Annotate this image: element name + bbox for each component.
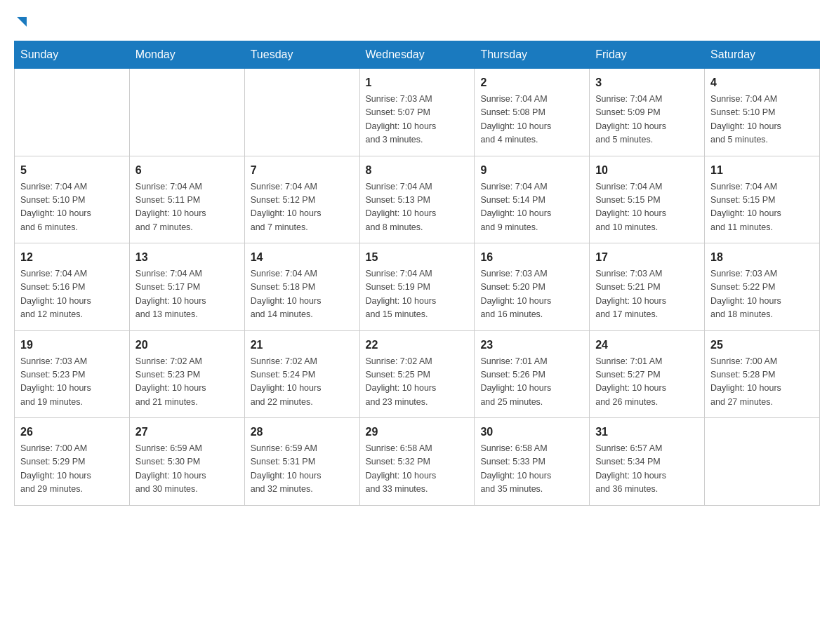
day-info: Sunrise: 7:00 AM Sunset: 5:29 PM Dayligh… — [20, 442, 124, 497]
day-info: Sunrise: 6:58 AM Sunset: 5:33 PM Dayligh… — [480, 442, 583, 497]
day-number: 7 — [251, 162, 354, 179]
weekday-header-monday: Monday — [129, 41, 244, 69]
calendar-day-16: 16Sunrise: 7:03 AM Sunset: 5:20 PM Dayli… — [475, 243, 590, 331]
calendar-day-26: 26Sunrise: 7:00 AM Sunset: 5:29 PM Dayli… — [15, 418, 130, 506]
day-number: 14 — [251, 249, 354, 266]
day-info: Sunrise: 6:59 AM Sunset: 5:31 PM Dayligh… — [251, 442, 354, 497]
day-number: 24 — [595, 337, 699, 354]
day-info: Sunrise: 7:03 AM Sunset: 5:07 PM Dayligh… — [366, 93, 469, 147]
day-number: 19 — [20, 337, 124, 354]
day-number: 21 — [251, 337, 354, 354]
calendar-week-row: 26Sunrise: 7:00 AM Sunset: 5:29 PM Dayli… — [15, 418, 820, 506]
calendar-day-2: 2Sunrise: 7:04 AM Sunset: 5:08 PM Daylig… — [475, 69, 590, 156]
calendar-week-row: 1Sunrise: 7:03 AM Sunset: 5:07 PM Daylig… — [15, 69, 820, 156]
svg-marker-0 — [17, 17, 27, 27]
calendar-empty-cell — [129, 69, 244, 156]
day-number: 5 — [20, 162, 124, 179]
day-info: Sunrise: 7:04 AM Sunset: 5:15 PM Dayligh… — [710, 180, 814, 235]
calendar-day-31: 31Sunrise: 6:57 AM Sunset: 5:34 PM Dayli… — [590, 418, 705, 506]
day-info: Sunrise: 6:57 AM Sunset: 5:34 PM Dayligh… — [595, 442, 699, 497]
day-info: Sunrise: 6:58 AM Sunset: 5:32 PM Dayligh… — [366, 442, 469, 497]
day-number: 4 — [710, 74, 814, 91]
calendar-week-row: 5Sunrise: 7:04 AM Sunset: 5:10 PM Daylig… — [15, 156, 820, 243]
calendar-day-15: 15Sunrise: 7:04 AM Sunset: 5:19 PM Dayli… — [359, 243, 475, 331]
day-info: Sunrise: 7:03 AM Sunset: 5:20 PM Dayligh… — [480, 267, 583, 322]
day-number: 22 — [366, 337, 469, 354]
calendar-day-20: 20Sunrise: 7:02 AM Sunset: 5:23 PM Dayli… — [129, 330, 244, 418]
day-number: 25 — [710, 337, 814, 354]
day-info: Sunrise: 7:04 AM Sunset: 5:17 PM Dayligh… — [135, 267, 239, 322]
calendar-week-row: 19Sunrise: 7:03 AM Sunset: 5:23 PM Dayli… — [15, 330, 820, 418]
weekday-header-sunday: Sunday — [15, 41, 130, 69]
calendar-day-17: 17Sunrise: 7:03 AM Sunset: 5:21 PM Dayli… — [590, 243, 705, 331]
day-number: 20 — [135, 337, 239, 354]
calendar-day-25: 25Sunrise: 7:00 AM Sunset: 5:28 PM Dayli… — [705, 330, 820, 418]
day-number: 28 — [251, 424, 354, 441]
day-info: Sunrise: 7:04 AM Sunset: 5:12 PM Dayligh… — [251, 180, 354, 235]
calendar-day-23: 23Sunrise: 7:01 AM Sunset: 5:26 PM Dayli… — [475, 330, 590, 418]
day-info: Sunrise: 7:04 AM Sunset: 5:13 PM Dayligh… — [366, 180, 469, 235]
day-info: Sunrise: 7:04 AM Sunset: 5:11 PM Dayligh… — [135, 180, 239, 235]
day-number: 27 — [135, 424, 239, 441]
calendar-week-row: 12Sunrise: 7:04 AM Sunset: 5:16 PM Dayli… — [15, 243, 820, 331]
calendar-day-3: 3Sunrise: 7:04 AM Sunset: 5:09 PM Daylig… — [590, 69, 705, 156]
calendar-empty-cell — [15, 69, 130, 156]
calendar-day-10: 10Sunrise: 7:04 AM Sunset: 5:15 PM Dayli… — [590, 156, 705, 243]
calendar-day-27: 27Sunrise: 6:59 AM Sunset: 5:30 PM Dayli… — [129, 418, 244, 506]
day-number: 10 — [595, 162, 699, 179]
calendar-day-24: 24Sunrise: 7:01 AM Sunset: 5:27 PM Dayli… — [590, 330, 705, 418]
calendar-day-11: 11Sunrise: 7:04 AM Sunset: 5:15 PM Dayli… — [705, 156, 820, 243]
day-info: Sunrise: 7:04 AM Sunset: 5:10 PM Dayligh… — [710, 93, 814, 147]
day-number: 6 — [135, 162, 239, 179]
weekday-header-thursday: Thursday — [475, 41, 590, 69]
weekday-header-wednesday: Wednesday — [359, 41, 475, 69]
day-info: Sunrise: 7:04 AM Sunset: 5:18 PM Dayligh… — [251, 267, 354, 322]
day-number: 23 — [480, 337, 583, 354]
day-info: Sunrise: 7:04 AM Sunset: 5:09 PM Dayligh… — [595, 93, 699, 147]
day-info: Sunrise: 7:03 AM Sunset: 5:21 PM Dayligh… — [595, 267, 699, 322]
calendar-day-29: 29Sunrise: 6:58 AM Sunset: 5:32 PM Dayli… — [359, 418, 475, 506]
day-number: 31 — [595, 424, 699, 441]
logo — [14, 14, 27, 27]
day-info: Sunrise: 7:03 AM Sunset: 5:23 PM Dayligh… — [20, 355, 124, 410]
day-info: Sunrise: 7:01 AM Sunset: 5:26 PM Dayligh… — [480, 355, 583, 410]
day-number: 15 — [366, 249, 469, 266]
day-number: 9 — [480, 162, 583, 179]
day-number: 17 — [595, 249, 699, 266]
calendar-day-8: 8Sunrise: 7:04 AM Sunset: 5:13 PM Daylig… — [359, 156, 475, 243]
calendar-day-1: 1Sunrise: 7:03 AM Sunset: 5:07 PM Daylig… — [359, 69, 475, 156]
day-number: 29 — [366, 424, 469, 441]
weekday-header-saturday: Saturday — [705, 41, 820, 69]
day-info: Sunrise: 7:00 AM Sunset: 5:28 PM Dayligh… — [710, 355, 814, 410]
day-info: Sunrise: 7:04 AM Sunset: 5:16 PM Dayligh… — [20, 267, 124, 322]
calendar-day-6: 6Sunrise: 7:04 AM Sunset: 5:11 PM Daylig… — [129, 156, 244, 243]
day-info: Sunrise: 7:04 AM Sunset: 5:14 PM Dayligh… — [480, 180, 583, 235]
calendar-day-18: 18Sunrise: 7:03 AM Sunset: 5:22 PM Dayli… — [705, 243, 820, 331]
day-number: 18 — [710, 249, 814, 266]
day-number: 8 — [366, 162, 469, 179]
calendar-day-22: 22Sunrise: 7:02 AM Sunset: 5:25 PM Dayli… — [359, 330, 475, 418]
day-info: Sunrise: 7:03 AM Sunset: 5:22 PM Dayligh… — [710, 267, 814, 322]
calendar-empty-cell — [244, 69, 359, 156]
weekday-header-tuesday: Tuesday — [244, 41, 359, 69]
day-number: 16 — [480, 249, 583, 266]
calendar-day-28: 28Sunrise: 6:59 AM Sunset: 5:31 PM Dayli… — [244, 418, 359, 506]
day-number: 3 — [595, 74, 699, 91]
calendar-day-19: 19Sunrise: 7:03 AM Sunset: 5:23 PM Dayli… — [15, 330, 130, 418]
calendar-day-13: 13Sunrise: 7:04 AM Sunset: 5:17 PM Dayli… — [129, 243, 244, 331]
calendar-day-21: 21Sunrise: 7:02 AM Sunset: 5:24 PM Dayli… — [244, 330, 359, 418]
logo-triangle-icon — [14, 14, 27, 27]
day-info: Sunrise: 7:02 AM Sunset: 5:23 PM Dayligh… — [135, 355, 239, 410]
calendar-day-30: 30Sunrise: 6:58 AM Sunset: 5:33 PM Dayli… — [475, 418, 590, 506]
calendar-day-12: 12Sunrise: 7:04 AM Sunset: 5:16 PM Dayli… — [15, 243, 130, 331]
day-info: Sunrise: 7:04 AM Sunset: 5:10 PM Dayligh… — [20, 180, 124, 235]
page-header — [14, 14, 820, 27]
day-info: Sunrise: 7:04 AM Sunset: 5:19 PM Dayligh… — [366, 267, 469, 322]
calendar-table: SundayMondayTuesdayWednesdayThursdayFrid… — [14, 41, 820, 506]
day-info: Sunrise: 7:02 AM Sunset: 5:24 PM Dayligh… — [251, 355, 354, 410]
calendar-day-7: 7Sunrise: 7:04 AM Sunset: 5:12 PM Daylig… — [244, 156, 359, 243]
day-number: 13 — [135, 249, 239, 266]
day-info: Sunrise: 6:59 AM Sunset: 5:30 PM Dayligh… — [135, 442, 239, 497]
day-number: 1 — [366, 74, 469, 91]
day-number: 30 — [480, 424, 583, 441]
